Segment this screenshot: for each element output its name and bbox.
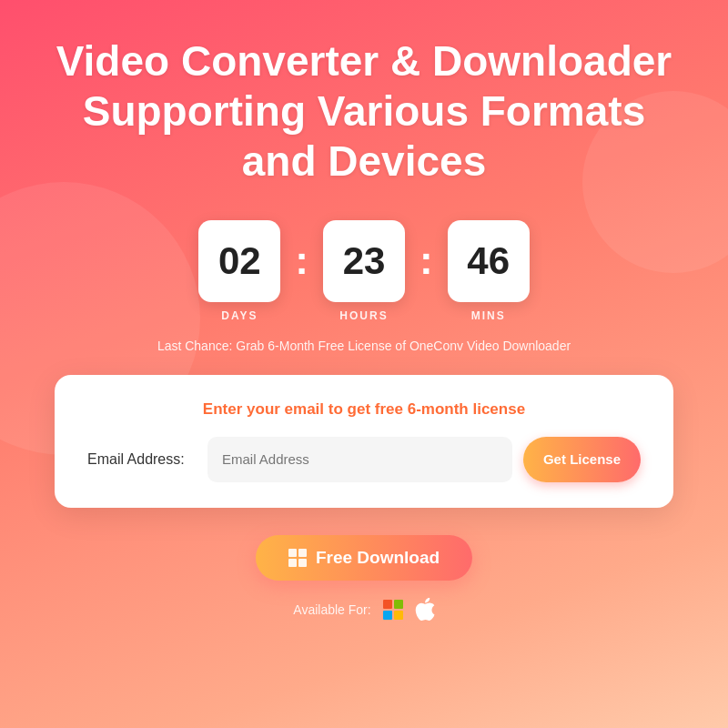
email-row: Email Address: Get License <box>87 437 641 482</box>
countdown-hours-value: 23 <box>323 220 405 302</box>
countdown-days-label: DAYS <box>221 309 258 322</box>
countdown-hours-block: 23 HOURS <box>323 220 405 322</box>
download-button-label: Free Download <box>316 548 440 568</box>
available-for-row: Available For: <box>293 597 434 622</box>
countdown-days-block: 02 DAYS <box>198 220 280 322</box>
page-title: Video Converter & Downloader Supporting … <box>55 36 673 187</box>
card-title-before: Enter your email to get free <box>203 400 408 418</box>
countdown-mins-label: MINS <box>471 309 506 322</box>
card-title: Enter your email to get free 6-month lic… <box>87 400 641 419</box>
email-input[interactable] <box>207 437 512 482</box>
last-chance-text: Last Chance: Grab 6-Month Free License o… <box>157 339 571 353</box>
countdown-days-value: 02 <box>198 220 280 302</box>
card-title-highlight: 6-month <box>408 400 469 418</box>
countdown-mins-block: 46 MINS <box>448 220 530 322</box>
countdown-separator-1: : <box>295 238 308 283</box>
get-license-button[interactable]: Get License <box>523 437 641 482</box>
email-card: Enter your email to get free 6-month lic… <box>55 375 673 508</box>
countdown-hours-label: HOURS <box>339 309 388 322</box>
available-label: Available For: <box>293 602 370 617</box>
windows-icon <box>288 549 307 567</box>
page-background: Video Converter & Downloader Supporting … <box>0 0 728 728</box>
countdown-mins-value: 46 <box>448 220 530 302</box>
card-title-after: license <box>469 400 525 418</box>
mac-os-icon <box>415 598 435 622</box>
email-label: Email Address: <box>87 451 197 468</box>
countdown-timer: 02 DAYS : 23 HOURS : 46 MINS <box>198 220 529 322</box>
countdown-separator-2: : <box>420 238 433 283</box>
free-download-button[interactable]: Free Download <box>256 535 472 581</box>
windows-os-icon <box>380 597 406 622</box>
